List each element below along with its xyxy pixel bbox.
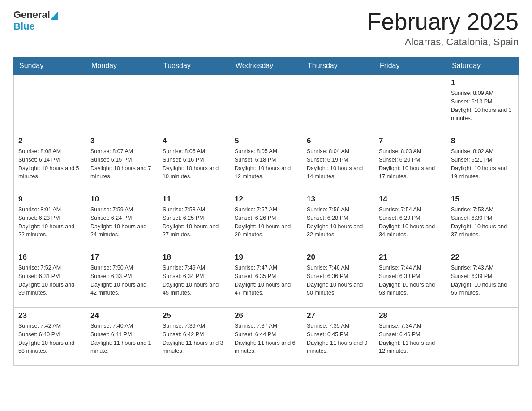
table-row: 9Sunrise: 8:01 AM Sunset: 6:23 PM Daylig…	[14, 191, 86, 249]
table-row: 12Sunrise: 7:57 AM Sunset: 6:26 PM Dayli…	[230, 191, 302, 249]
day-info: Sunrise: 7:52 AM Sunset: 6:31 PM Dayligh…	[18, 264, 81, 297]
day-info: Sunrise: 7:47 AM Sunset: 6:35 PM Dayligh…	[235, 264, 297, 297]
table-row	[14, 75, 86, 133]
table-row: 25Sunrise: 7:39 AM Sunset: 6:42 PM Dayli…	[158, 308, 230, 366]
table-row: 8Sunrise: 8:02 AM Sunset: 6:21 PM Daylig…	[446, 133, 519, 191]
table-row: 3Sunrise: 8:07 AM Sunset: 6:15 PM Daylig…	[86, 133, 158, 191]
calendar-table: Sunday Monday Tuesday Wednesday Thursday…	[13, 57, 519, 366]
day-number: 24	[90, 311, 153, 320]
table-row	[230, 75, 302, 133]
logo-blue-text: Blue	[13, 21, 58, 32]
weekday-header-row: Sunday Monday Tuesday Wednesday Thursday…	[14, 57, 519, 75]
day-info: Sunrise: 7:42 AM Sunset: 6:40 PM Dayligh…	[18, 322, 81, 355]
header-sunday: Sunday	[14, 57, 86, 75]
day-info: Sunrise: 8:08 AM Sunset: 6:14 PM Dayligh…	[18, 147, 81, 181]
title-section: February 2025 Alcarras, Catalonia, Spain	[367, 9, 519, 48]
day-number: 17	[90, 253, 153, 262]
table-row	[302, 75, 374, 133]
day-number: 19	[235, 253, 297, 262]
table-row: 6Sunrise: 8:04 AM Sunset: 6:19 PM Daylig…	[302, 133, 374, 191]
calendar-week-row: 23Sunrise: 7:42 AM Sunset: 6:40 PM Dayli…	[14, 308, 519, 366]
day-number: 10	[90, 195, 153, 204]
table-row: 16Sunrise: 7:52 AM Sunset: 6:31 PM Dayli…	[14, 249, 86, 308]
table-row: 5Sunrise: 8:05 AM Sunset: 6:18 PM Daylig…	[230, 133, 302, 191]
day-info: Sunrise: 8:05 AM Sunset: 6:18 PM Dayligh…	[235, 147, 297, 181]
table-row: 23Sunrise: 7:42 AM Sunset: 6:40 PM Dayli…	[14, 308, 86, 366]
table-row	[446, 308, 519, 366]
table-row: 15Sunrise: 7:53 AM Sunset: 6:30 PM Dayli…	[446, 191, 519, 249]
day-info: Sunrise: 7:40 AM Sunset: 6:41 PM Dayligh…	[90, 322, 153, 355]
table-row: 1Sunrise: 8:09 AM Sunset: 6:13 PM Daylig…	[446, 75, 519, 133]
page-header: General Blue February 2025 Alcarras, Cat…	[13, 9, 519, 48]
logo: General Blue	[13, 9, 58, 32]
day-number: 2	[18, 137, 81, 146]
table-row: 21Sunrise: 7:44 AM Sunset: 6:38 PM Dayli…	[374, 249, 446, 308]
day-info: Sunrise: 7:53 AM Sunset: 6:30 PM Dayligh…	[451, 206, 514, 239]
calendar-week-row: 16Sunrise: 7:52 AM Sunset: 6:31 PM Dayli…	[14, 249, 519, 308]
day-info: Sunrise: 8:09 AM Sunset: 6:13 PM Dayligh…	[451, 89, 514, 123]
header-saturday: Saturday	[446, 57, 519, 75]
day-number: 3	[90, 137, 153, 146]
day-info: Sunrise: 8:01 AM Sunset: 6:23 PM Dayligh…	[18, 206, 81, 239]
day-info: Sunrise: 7:59 AM Sunset: 6:24 PM Dayligh…	[90, 206, 153, 239]
table-row: 22Sunrise: 7:43 AM Sunset: 6:39 PM Dayli…	[446, 249, 519, 308]
day-info: Sunrise: 7:50 AM Sunset: 6:33 PM Dayligh…	[90, 264, 153, 297]
header-thursday: Thursday	[302, 57, 374, 75]
day-info: Sunrise: 7:49 AM Sunset: 6:34 PM Dayligh…	[163, 264, 225, 297]
day-number: 9	[18, 195, 81, 204]
day-number: 22	[451, 253, 514, 262]
table-row: 27Sunrise: 7:35 AM Sunset: 6:45 PM Dayli…	[302, 308, 374, 366]
table-row: 10Sunrise: 7:59 AM Sunset: 6:24 PM Dayli…	[86, 191, 158, 249]
table-row: 2Sunrise: 8:08 AM Sunset: 6:14 PM Daylig…	[14, 133, 86, 191]
day-info: Sunrise: 8:06 AM Sunset: 6:16 PM Dayligh…	[163, 147, 225, 181]
table-row: 28Sunrise: 7:34 AM Sunset: 6:46 PM Dayli…	[374, 308, 446, 366]
header-wednesday: Wednesday	[230, 57, 302, 75]
table-row: 14Sunrise: 7:54 AM Sunset: 6:29 PM Dayli…	[374, 191, 446, 249]
table-row: 20Sunrise: 7:46 AM Sunset: 6:36 PM Dayli…	[302, 249, 374, 308]
table-row: 26Sunrise: 7:37 AM Sunset: 6:44 PM Dayli…	[230, 308, 302, 366]
calendar-week-row: 2Sunrise: 8:08 AM Sunset: 6:14 PM Daylig…	[14, 133, 519, 191]
table-row: 17Sunrise: 7:50 AM Sunset: 6:33 PM Dayli…	[86, 249, 158, 308]
header-friday: Friday	[374, 57, 446, 75]
day-number: 11	[163, 195, 225, 204]
day-info: Sunrise: 7:54 AM Sunset: 6:29 PM Dayligh…	[379, 206, 442, 239]
day-number: 18	[163, 253, 225, 262]
day-number: 16	[18, 253, 81, 262]
day-info: Sunrise: 7:35 AM Sunset: 6:45 PM Dayligh…	[307, 322, 369, 355]
day-info: Sunrise: 8:02 AM Sunset: 6:21 PM Dayligh…	[451, 147, 514, 181]
day-number: 5	[235, 137, 297, 146]
logo-triangle-icon	[51, 12, 58, 20]
day-info: Sunrise: 8:04 AM Sunset: 6:19 PM Dayligh…	[307, 147, 369, 181]
day-number: 23	[18, 311, 81, 320]
day-number: 12	[235, 195, 297, 204]
logo-general-text: General	[13, 9, 50, 21]
table-row	[158, 75, 230, 133]
month-title: February 2025	[367, 9, 519, 34]
day-number: 4	[163, 137, 225, 146]
day-info: Sunrise: 7:34 AM Sunset: 6:46 PM Dayligh…	[379, 322, 442, 355]
table-row: 19Sunrise: 7:47 AM Sunset: 6:35 PM Dayli…	[230, 249, 302, 308]
table-row: 4Sunrise: 8:06 AM Sunset: 6:16 PM Daylig…	[158, 133, 230, 191]
calendar-week-row: 1Sunrise: 8:09 AM Sunset: 6:13 PM Daylig…	[14, 75, 519, 133]
table-row: 7Sunrise: 8:03 AM Sunset: 6:20 PM Daylig…	[374, 133, 446, 191]
day-info: Sunrise: 7:43 AM Sunset: 6:39 PM Dayligh…	[451, 264, 514, 297]
day-number: 21	[379, 253, 442, 262]
header-tuesday: Tuesday	[158, 57, 230, 75]
day-info: Sunrise: 7:58 AM Sunset: 6:25 PM Dayligh…	[163, 206, 225, 239]
table-row	[86, 75, 158, 133]
location-subtitle: Alcarras, Catalonia, Spain	[367, 36, 519, 48]
day-number: 6	[307, 137, 369, 146]
day-number: 7	[379, 137, 442, 146]
day-info: Sunrise: 8:07 AM Sunset: 6:15 PM Dayligh…	[90, 147, 153, 181]
day-info: Sunrise: 7:56 AM Sunset: 6:28 PM Dayligh…	[307, 206, 369, 239]
day-number: 1	[451, 78, 514, 87]
day-number: 8	[451, 137, 514, 146]
day-number: 28	[379, 311, 442, 320]
table-row: 24Sunrise: 7:40 AM Sunset: 6:41 PM Dayli…	[86, 308, 158, 366]
table-row: 13Sunrise: 7:56 AM Sunset: 6:28 PM Dayli…	[302, 191, 374, 249]
day-number: 20	[307, 253, 369, 262]
day-info: Sunrise: 7:57 AM Sunset: 6:26 PM Dayligh…	[235, 206, 297, 239]
day-number: 14	[379, 195, 442, 204]
day-number: 26	[235, 311, 297, 320]
day-number: 25	[163, 311, 225, 320]
